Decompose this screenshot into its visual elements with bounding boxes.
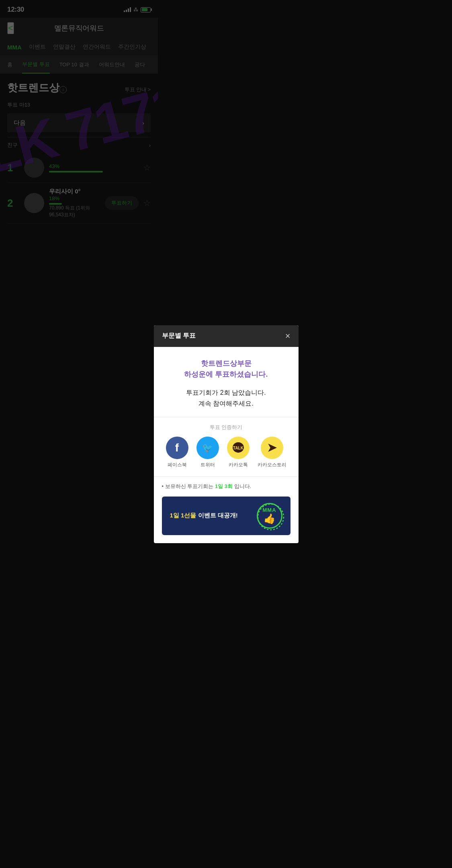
modal-backdrop — [0, 0, 158, 315]
